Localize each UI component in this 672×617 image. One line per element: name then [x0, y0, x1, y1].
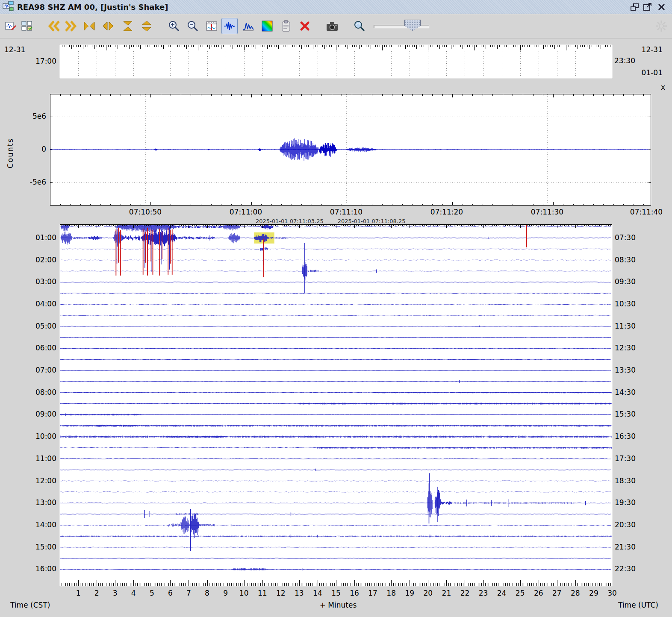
app-icon — [3, 0, 14, 13]
heli-minute-label: 23 — [476, 589, 491, 597]
heli-minute-label: 30 — [604, 589, 620, 597]
heli-minute-label: 8 — [200, 589, 215, 597]
expand-amplitude-icon — [140, 20, 153, 32]
zoom-ytick-label: -5e6 — [25, 178, 46, 186]
heli-left-hour-label: 04:00 — [30, 300, 56, 308]
heli-left-hour-label: 16:00 — [30, 564, 56, 573]
save-layout-icon — [21, 20, 33, 32]
expand-time-button[interactable] — [100, 18, 116, 34]
open-file-button[interactable] — [3, 18, 19, 34]
heli-right-hour-label: 16:30 — [615, 432, 636, 441]
heli-right-hour-label: 22:30 — [615, 564, 636, 573]
spectra-view-button[interactable] — [240, 18, 256, 34]
remove-view-button[interactable] — [297, 18, 313, 34]
close-icon — [656, 2, 666, 12]
waveform-view-button[interactable] — [221, 18, 238, 34]
expand-amplitude-button[interactable] — [139, 18, 155, 34]
heli-minute-label: 7 — [181, 589, 196, 597]
heli-minute-label: 20 — [420, 589, 436, 597]
heli-minute-label: 13 — [292, 589, 307, 597]
zoom-waveform-plot[interactable] — [50, 94, 651, 206]
title-bar[interactable]: REA98 SHZ AM 00, [Justin's Shake] — [0, 0, 672, 14]
compress-time-button[interactable] — [81, 18, 97, 34]
heli-left-hour-label: 02:00 — [30, 256, 56, 264]
window-title: REA98 SHZ AM 00, [Justin's Shake] — [17, 3, 168, 12]
close-button[interactable] — [656, 2, 667, 12]
zoom-xtick-label: 07:11:40 — [627, 208, 666, 216]
main-toolbar — [0, 15, 672, 38]
heli-left-hour-label: 14:00 — [30, 520, 56, 529]
maximize-icon — [643, 2, 653, 12]
duration-slider-thumb[interactable] — [404, 20, 421, 31]
heli-minute-label: 27 — [549, 589, 565, 597]
overview-timeline[interactable] — [60, 45, 612, 78]
clipboard-button[interactable] — [278, 18, 294, 34]
heli-minute-label: 16 — [347, 589, 362, 597]
throbber — [653, 18, 669, 34]
heli-minute-label: 2 — [89, 589, 104, 597]
selection-status-text: 2025-01-01 07:11:03.25 2025-01-01 07:11:… — [256, 218, 486, 224]
zoom-in-button[interactable] — [166, 18, 182, 34]
heli-minute-label: 1 — [71, 589, 86, 597]
zoom-xtick-label: 07:10:50 — [126, 208, 165, 216]
heli-minute-label: 15 — [328, 589, 344, 597]
overview-left-date: 12-31 — [4, 45, 25, 54]
heli-left-axis-title: Time (CST) — [10, 601, 50, 609]
overview-right-date2: 01-01 — [637, 68, 663, 77]
heli-minute-label: 3 — [107, 589, 123, 597]
scroll-forward-button[interactable] — [62, 18, 79, 34]
heli-minute-label: 25 — [513, 589, 528, 597]
heli-right-hour-label: 10:30 — [615, 300, 636, 308]
helicorder-plot[interactable] — [60, 224, 612, 586]
spectrogram-view-icon — [261, 20, 274, 32]
duration-slider-track[interactable] — [374, 25, 429, 28]
heli-left-hour-label: 09:00 — [30, 410, 56, 418]
heli-xaxis-title: + Minutes — [315, 601, 362, 609]
heli-left-hour-label: 10:00 — [30, 432, 56, 441]
zoom-xtick-label: 07:11:30 — [528, 208, 566, 216]
heli-left-hour-label: 15:00 — [30, 543, 56, 551]
compress-amplitude-button[interactable] — [120, 18, 136, 34]
heli-right-hour-label: 21:30 — [615, 543, 636, 551]
zoom-ytick-label: 0 — [25, 145, 46, 153]
maximize-button[interactable] — [642, 2, 653, 12]
search-icon — [353, 20, 366, 32]
spectrogram-view-button[interactable] — [259, 18, 275, 34]
heli-right-hour-label: 19:30 — [615, 498, 636, 507]
close-zoom-button[interactable]: x — [661, 83, 665, 91]
open-file-icon — [4, 20, 17, 32]
zoom-out-button[interactable] — [185, 18, 201, 34]
heli-left-hour-label: 12:00 — [30, 476, 56, 485]
heli-right-hour-label: 11:30 — [615, 322, 636, 330]
heli-right-hour-label: 15:30 — [615, 410, 636, 418]
capture-image-button[interactable] — [324, 18, 340, 34]
heli-minute-label: 11 — [255, 589, 270, 597]
zoom-in-icon — [168, 20, 180, 32]
undock-button[interactable] — [629, 2, 640, 12]
heli-left-hour-label: 05:00 — [30, 322, 56, 330]
heli-right-hour-label: 07:30 — [615, 233, 636, 242]
heli-right-hour-label: 17:30 — [615, 454, 636, 463]
search-button[interactable] — [351, 18, 368, 34]
heli-right-axis-title: Time (UTC) — [610, 601, 658, 609]
heli-minute-label: 6 — [162, 589, 178, 597]
save-layout-button[interactable] — [19, 18, 35, 34]
scroll-back-button[interactable] — [46, 18, 62, 34]
zoom-xtick-label: 07:11:00 — [227, 208, 265, 216]
time-settings-button[interactable] — [203, 18, 220, 34]
heli-minute-label: 9 — [218, 589, 233, 597]
heli-minute-label: 5 — [144, 589, 159, 597]
heli-minute-label: 10 — [236, 589, 252, 597]
heli-left-hour-label: 07:00 — [30, 366, 56, 374]
capture-image-icon — [326, 20, 339, 32]
scroll-forward-icon — [64, 20, 77, 32]
heli-minute-label: 19 — [402, 589, 417, 597]
overview-left-time: 17:00 — [31, 57, 56, 65]
zoom-out-icon — [186, 20, 199, 32]
heli-minute-label: 22 — [457, 589, 472, 597]
throbber-icon — [654, 19, 668, 33]
undock-icon — [630, 2, 640, 12]
zoom-ytick-label: 5e6 — [25, 112, 46, 120]
heli-minute-label: 21 — [439, 589, 454, 597]
expand-time-icon — [102, 20, 115, 32]
